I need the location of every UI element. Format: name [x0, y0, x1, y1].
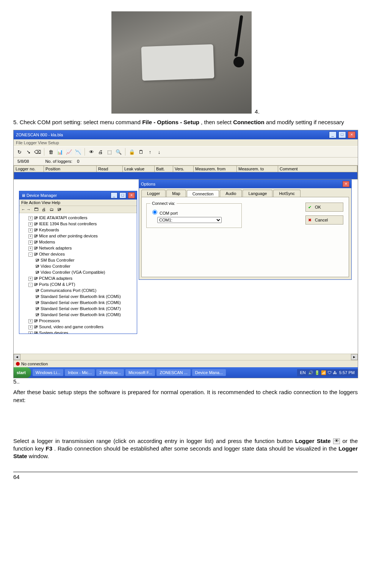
- tray-icons: 🔊 🔋 📶 🛡 🖧: [308, 370, 337, 375]
- toolbar-icon[interactable]: 🔒: [128, 148, 135, 155]
- close-button[interactable]: ×: [348, 131, 355, 138]
- col-header[interactable]: Position: [44, 166, 97, 172]
- hardware-photo-row: 4.: [13, 11, 358, 115]
- toolbar-icon[interactable]: 📊: [56, 148, 63, 155]
- tree-node[interactable]: 🖳 Communications Port (COM1): [22, 287, 135, 293]
- col-header[interactable]: Comment: [278, 166, 357, 172]
- menu-bar[interactable]: File Logger View Setup: [14, 139, 358, 146]
- options-tab[interactable]: Audio: [220, 190, 242, 197]
- scroll-left-arrow[interactable]: ◂: [14, 354, 20, 360]
- minimize-button[interactable]: _: [329, 131, 337, 138]
- toolbar-icon[interactable]: ➘: [25, 148, 32, 155]
- devmgr-tree[interactable]: +🖳 IDE ATA/ATAPI controllers+🖳 IEEE 1394…: [19, 213, 137, 334]
- screenshot-caption: 5..: [13, 378, 358, 385]
- toolbar-icon[interactable]: 👁: [88, 148, 95, 155]
- options-tab[interactable]: Logger: [141, 190, 166, 197]
- options-tab[interactable]: Map: [166, 190, 186, 197]
- toolbar-icon[interactable]: ⌫: [34, 148, 41, 155]
- col-header[interactable]: Vers.: [173, 166, 194, 172]
- app-title: ZONESCAN 800 - kla.bla: [16, 133, 63, 137]
- connection-status-icon: [16, 362, 20, 366]
- step5-suffix: and modify setting if necessary: [266, 119, 344, 125]
- taskbar-item[interactable]: ZONESCAN ...: [157, 369, 190, 376]
- devmgr-title: Device Manager: [27, 193, 57, 198]
- toolbar-separator: [125, 148, 125, 156]
- comport-label: COM port: [160, 211, 178, 215]
- start-button[interactable]: start: [14, 367, 31, 378]
- tree-node[interactable]: +🖳 Mice and other pointing devices: [22, 233, 135, 239]
- toolbar-icon[interactable]: 📉: [75, 148, 81, 155]
- cancel-button[interactable]: Cancel: [305, 215, 343, 225]
- toolbar-icon[interactable]: ⬚: [106, 148, 113, 155]
- tree-node[interactable]: 🖳 SM Bus Controller: [22, 257, 135, 263]
- devmgr-minimize[interactable]: _: [111, 192, 117, 198]
- tree-node[interactable]: 🖳 Standard Serial over Bluetooth link (C…: [22, 299, 135, 306]
- photo-caption-number: 4.: [255, 108, 260, 115]
- toolbar-icon[interactable]: ↑: [147, 148, 153, 155]
- col-header[interactable]: Read: [97, 166, 123, 172]
- tree-node[interactable]: +🖳 Network adapters: [22, 245, 135, 251]
- scroll-right-arrow[interactable]: ▸: [351, 354, 358, 360]
- comport-select[interactable]: COM1:: [157, 217, 222, 223]
- step5-connection: Connection: [233, 119, 265, 125]
- ok-button[interactable]: OK: [305, 203, 343, 212]
- devmgr-maximize[interactable]: □: [119, 192, 126, 198]
- tree-node[interactable]: +🖳 Modems: [22, 239, 135, 245]
- options-close[interactable]: ×: [343, 181, 349, 187]
- devmgr-close[interactable]: ×: [128, 192, 135, 198]
- toolbar-icon[interactable]: ↻: [16, 148, 23, 155]
- col-header[interactable]: Measurem. to: [237, 166, 278, 172]
- taskbar: start Windows Li... Inbox - Mic... 2 Win…: [14, 367, 358, 378]
- maximize-button[interactable]: □: [338, 131, 346, 138]
- tree-node[interactable]: +🖳 IEEE 1394 Bus host controllers: [22, 221, 135, 227]
- toolbar-icon[interactable]: 🖨: [97, 148, 104, 155]
- page-footer: 64: [13, 472, 358, 480]
- grid-selected-row[interactable]: [14, 172, 358, 179]
- horizontal-scrollbar[interactable]: ◂ ▸: [14, 354, 358, 360]
- comport-radio-label[interactable]: COM port: [150, 211, 178, 215]
- taskbar-item[interactable]: Inbox - Mic...: [65, 369, 95, 376]
- taskbar-item[interactable]: Device Mana...: [192, 369, 226, 376]
- toolbar-icon[interactable]: 🗑: [47, 148, 54, 155]
- ls-b2: F3: [46, 445, 53, 452]
- eye-icon: 👁: [333, 438, 340, 444]
- tree-node[interactable]: +🖳 Sound, video and game controllers: [22, 324, 135, 330]
- tree-node[interactable]: 🖳 Video Controller (VGA Compatible): [22, 269, 135, 275]
- tree-node[interactable]: -🖳 Other devices: [22, 251, 135, 257]
- taskbar-item[interactable]: Microsoft F...: [125, 369, 155, 376]
- system-tray[interactable]: EN 🔊 🔋 📶 🛡 🖧 5:57 PM: [297, 369, 358, 376]
- tree-node[interactable]: +🖳 Processors: [22, 318, 135, 324]
- col-header[interactable]: Measurem. from: [194, 166, 237, 172]
- taskbar-item[interactable]: Windows Li...: [33, 369, 63, 376]
- options-tab[interactable]: Connection: [187, 190, 219, 197]
- col-header[interactable]: Leak value: [123, 166, 155, 172]
- col-header[interactable]: Batt.: [155, 166, 173, 172]
- toolbar-icon[interactable]: 🗒: [138, 148, 144, 155]
- toolbar-icon[interactable]: ↓: [156, 148, 163, 155]
- tree-node[interactable]: 🖳 Standard Serial over Bluetooth link (C…: [22, 293, 135, 299]
- step5-prefix: 5. Check COM port setting: select menu c…: [13, 119, 142, 125]
- clock: 5:57 PM: [339, 370, 355, 375]
- devmgr-menu[interactable]: File Action View Help: [19, 200, 137, 206]
- comport-radio[interactable]: [152, 210, 157, 215]
- status-bar: No connection: [14, 360, 358, 367]
- options-tab[interactable]: Language: [243, 190, 272, 197]
- tree-node[interactable]: +🖳 IDE ATA/ATAPI controllers: [22, 215, 135, 221]
- options-tab[interactable]: HotSync: [273, 190, 301, 197]
- toolbar-icon[interactable]: 🔍: [115, 148, 122, 155]
- tree-node[interactable]: 🖳 Standard Serial over Bluetooth link (C…: [22, 306, 135, 312]
- col-header[interactable]: Logger no.: [14, 166, 44, 172]
- toolbar-separator: [44, 148, 44, 156]
- tree-node[interactable]: 🖳 Standard Serial over Bluetooth link (C…: [22, 312, 135, 318]
- tree-node[interactable]: 🖳 Video Controller: [22, 263, 135, 269]
- ls-p4: window.: [29, 453, 49, 459]
- toolbar-icon[interactable]: 📈: [66, 148, 72, 155]
- taskbar-item[interactable]: 2 Window...: [96, 369, 124, 376]
- device-manager-window: 🖥 Device Manager _ □ × File Action View …: [19, 191, 137, 334]
- tree-node[interactable]: +🖳 PCMCIA adapters: [22, 275, 135, 281]
- hardware-photo: [111, 11, 252, 114]
- tree-node[interactable]: -🖳 Ports (COM & LPT): [22, 281, 135, 287]
- step5-menu-path: File - Options - Setup: [142, 119, 199, 125]
- tree-node[interactable]: +🖳 System devices: [22, 330, 135, 334]
- tree-node[interactable]: +🖳 Keyboards: [22, 227, 135, 233]
